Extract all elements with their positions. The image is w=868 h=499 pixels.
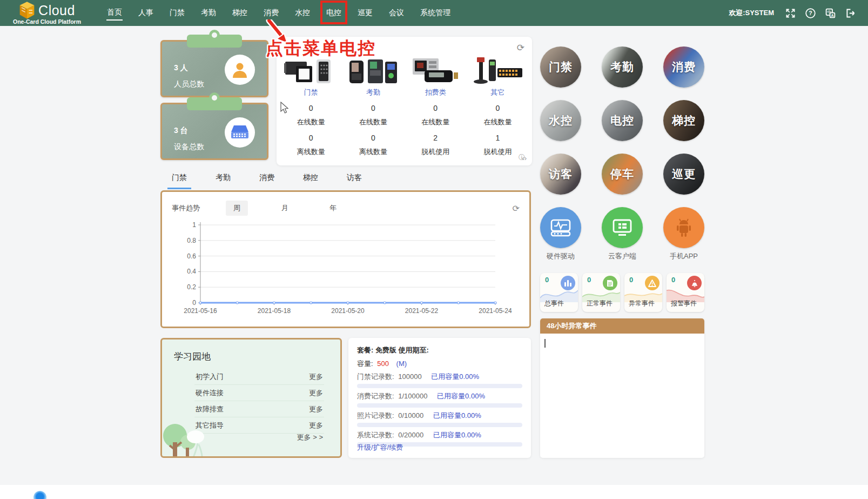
tab-consume[interactable]: 消费 — [255, 170, 279, 189]
capacity-value: 500 — [377, 360, 389, 368]
pager-arrows[interactable]: ‹› — [522, 154, 527, 162]
app-parking[interactable]: 停车 — [602, 154, 643, 195]
service-icon[interactable] — [33, 491, 46, 499]
menu-electric[interactable]: 电控 — [326, 6, 342, 20]
fullscreen-icon[interactable] — [785, 8, 796, 19]
learning-title: 学习园地 — [174, 350, 211, 363]
record-value: 0/10000 — [398, 411, 423, 420]
refresh-icon[interactable]: ⟳ — [517, 42, 524, 54]
app-mobile[interactable]: 手机APP — [663, 207, 704, 261]
abnormal-events-list[interactable] — [540, 334, 704, 458]
menu-elevator[interactable]: 梯控 — [232, 6, 248, 20]
app-attendance[interactable]: 考勤 — [602, 46, 643, 88]
svg-text:2021-05-18: 2021-05-18 — [258, 307, 291, 315]
more-link[interactable]: 更多 — [309, 372, 323, 382]
trees-illustration — [160, 421, 225, 458]
logo-title: Cloud — [38, 3, 75, 18]
cube-logo-icon — [19, 1, 35, 19]
tab-visitor[interactable]: 访客 — [342, 170, 366, 189]
personnel-count: 3 人 — [174, 63, 188, 73]
stat-alarm-events[interactable]: 0 报警事件 — [667, 273, 704, 312]
range-week-button[interactable]: 周 — [226, 201, 248, 216]
learning-row: 硬件连接 更多 — [194, 385, 324, 401]
abnormal-events-panel: 48小时异常事件 — [540, 318, 704, 458]
help-icon[interactable]: ? — [805, 8, 816, 19]
deduction-offline-count: 2 — [405, 134, 467, 142]
stat-normal-events[interactable]: 0 正常事件 — [582, 273, 620, 312]
menu-meeting[interactable]: 会议 — [388, 6, 405, 20]
tab-attendance[interactable]: 考勤 — [211, 170, 235, 189]
learning-item-label: 硬件连接 — [196, 388, 224, 398]
app-hardware-driver[interactable]: 硬件驱动 — [540, 207, 581, 261]
stat-abnormal-events[interactable]: 0 异常事件 — [624, 273, 662, 312]
more-link[interactable]: 更多 — [309, 388, 323, 398]
app-label: 手机APP — [670, 251, 698, 261]
range-year-button[interactable]: 年 — [322, 201, 344, 216]
learning-row: 初学入门 更多 — [194, 369, 324, 385]
tab-elevator[interactable]: 梯控 — [299, 170, 322, 189]
tab-access[interactable]: 门禁 — [167, 170, 191, 189]
attendance-category-link[interactable]: 考勤 — [342, 88, 404, 97]
record-value: 0/20000 — [398, 431, 423, 439]
record-label: 照片记录数: — [357, 411, 394, 420]
logo[interactable]: Cloud One-Card Cloud Platform — [13, 1, 81, 25]
menu-system[interactable]: 系统管理 — [420, 6, 451, 20]
plan-line: 套餐: 免费版 使用期至: — [357, 345, 522, 355]
cloud-client-icon — [602, 207, 643, 248]
svg-text:0.6: 0.6 — [187, 252, 196, 260]
app-water[interactable]: 水控 — [540, 100, 581, 141]
stat-value: 0 — [587, 276, 591, 284]
trend-line-chart: 00.20.40.60.812021-05-162021-05-182021-0… — [162, 217, 529, 325]
one-card-cloud-dashboard: Cloud One-Card Cloud Platform 首页 人事 门禁 考… — [0, 0, 868, 499]
app-label: 水控 — [549, 113, 573, 128]
record-label: 系统记录数: — [357, 431, 394, 439]
upgrade-link[interactable]: 升级/扩容/续费 — [357, 443, 403, 453]
capacity-line: 容量: 500 (M) — [357, 359, 522, 369]
app-consume[interactable]: 消费 — [663, 46, 704, 88]
attendance-online-label: 在线数量 — [342, 117, 404, 127]
record-row-photo: 照片记录数: 0/10000 已用容量0.00% — [357, 411, 522, 427]
more-link[interactable]: 更多 — [309, 421, 323, 430]
abnormal-events-header: 48小时异常事件 — [540, 318, 704, 334]
nav-right: 欢迎:SYSTEM ? 中 A — [729, 0, 856, 26]
app-cloud-client[interactable]: 云客户端 — [602, 207, 643, 261]
stat-label: 正常事件 — [587, 299, 613, 308]
menu-personnel[interactable]: 人事 — [138, 6, 154, 20]
app-label: 电控 — [610, 113, 634, 128]
other-category-link[interactable]: 其它 — [467, 88, 529, 97]
translate-icon[interactable]: 中 A — [825, 8, 836, 19]
app-visitor[interactable]: 访客 — [540, 154, 581, 195]
refresh-icon[interactable]: ⟳ — [513, 203, 520, 214]
menu-access[interactable]: 门禁 — [169, 6, 185, 20]
stat-total-events[interactable]: 0 总事件 — [540, 273, 578, 312]
menu-water[interactable]: 水控 — [294, 6, 311, 20]
app-label: 巡更 — [672, 167, 696, 182]
access-category-link[interactable]: 门禁 — [280, 88, 342, 97]
attendance-offline-count: 0 — [342, 134, 404, 142]
record-usage: 已用容量0.00% — [433, 431, 481, 439]
package-panel: 套餐: 免费版 使用期至: 容量: 500 (M) 门禁记录数: 100000 … — [348, 338, 531, 458]
app-label: 消费 — [672, 59, 696, 75]
more-link[interactable]: 更多 — [309, 404, 323, 414]
app-label: 硬件驱动 — [547, 251, 575, 261]
app-label: 云客户端 — [608, 251, 636, 261]
other-devices-image — [467, 55, 529, 85]
logout-icon[interactable] — [845, 8, 856, 19]
learning-item-label: 初学入门 — [196, 372, 224, 382]
menu-patrol[interactable]: 巡更 — [357, 6, 373, 20]
app-patrol[interactable]: 巡更 — [663, 154, 704, 195]
record-label: 消费记录数: — [357, 392, 394, 400]
learning-more-link[interactable]: 更多 > > — [297, 433, 323, 442]
access-offline-count: 0 — [280, 134, 342, 142]
app-electric[interactable]: 电控 — [602, 100, 643, 141]
menu-home[interactable]: 首页 — [106, 5, 123, 21]
record-usage: 已用容量0.00% — [433, 411, 481, 420]
app-access[interactable]: 门禁 — [540, 46, 581, 88]
app-elevator[interactable]: 梯控 — [663, 100, 704, 141]
menu-attendance[interactable]: 考勤 — [200, 6, 217, 20]
range-month-button[interactable]: 月 — [274, 201, 296, 216]
menu-consume[interactable]: 消费 — [263, 6, 279, 20]
deduction-category-link[interactable]: 扣费类 — [405, 88, 467, 97]
other-offline-count: 1 — [467, 134, 529, 142]
footer — [0, 485, 868, 499]
